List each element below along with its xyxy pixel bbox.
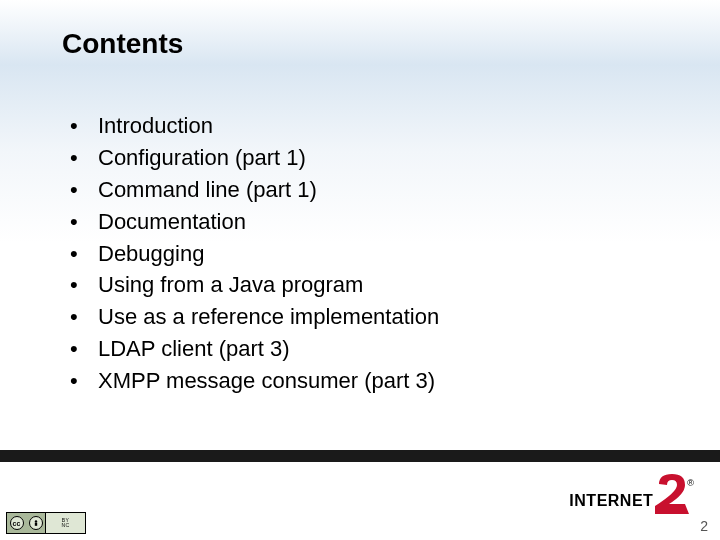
bullet-text: Debugging — [98, 238, 204, 270]
list-item: • Use as a reference implementation — [70, 301, 660, 333]
cc-label: BY NC — [46, 518, 85, 528]
bullet-text: Documentation — [98, 206, 246, 238]
bullet-list: • Introduction • Configuration (part 1) … — [70, 110, 660, 397]
list-item: • Debugging — [70, 238, 660, 270]
bullet-icon: • — [70, 333, 98, 365]
cc-license-badge: cc BY NC — [6, 512, 86, 534]
bullet-icon: • — [70, 301, 98, 333]
logo-text: INTERNET — [569, 492, 653, 510]
svg-point-0 — [34, 520, 36, 522]
bullet-icon: • — [70, 269, 98, 301]
footer-divider — [0, 450, 720, 462]
bullet-text: Command line (part 1) — [98, 174, 317, 206]
bullet-icon: • — [70, 238, 98, 270]
svg-rect-1 — [34, 523, 36, 526]
internet2-logo: INTERNET ® — [569, 472, 696, 510]
list-item: • Configuration (part 1) — [70, 142, 660, 174]
bullet-icon: • — [70, 174, 98, 206]
bullet-text: LDAP client (part 3) — [98, 333, 290, 365]
bullet-text: XMPP message consumer (part 3) — [98, 365, 435, 397]
list-item: • XMPP message consumer (part 3) — [70, 365, 660, 397]
bullet-icon: • — [70, 365, 98, 397]
list-item: • Documentation — [70, 206, 660, 238]
logo-registered: ® — [687, 478, 694, 488]
slide-title: Contents — [62, 28, 183, 60]
list-item: • Introduction — [70, 110, 660, 142]
logo-2-icon — [655, 472, 689, 514]
bullet-icon: • — [70, 206, 98, 238]
bullet-icon: • — [70, 142, 98, 174]
list-item: • LDAP client (part 3) — [70, 333, 660, 365]
bullet-text: Use as a reference implementation — [98, 301, 439, 333]
bullet-icon: • — [70, 110, 98, 142]
bullet-text: Using from a Java program — [98, 269, 363, 301]
page-number: 2 — [700, 518, 708, 534]
list-item: • Using from a Java program — [70, 269, 660, 301]
list-item: • Command line (part 1) — [70, 174, 660, 206]
cc-cc-icon: cc — [10, 516, 24, 530]
cc-by-icon — [29, 516, 43, 530]
slide: Contents • Introduction • Configuration … — [0, 0, 720, 540]
bullet-text: Configuration (part 1) — [98, 142, 306, 174]
bullet-text: Introduction — [98, 110, 213, 142]
cc-label-bottom: NC — [61, 523, 69, 528]
cc-icons: cc — [7, 513, 46, 533]
